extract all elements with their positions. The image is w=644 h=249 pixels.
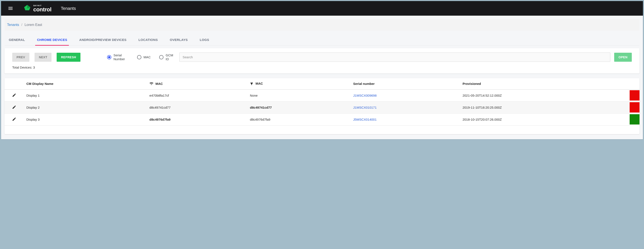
col-edit (4, 78, 24, 89)
display-name-cell: Display 2 (24, 101, 147, 113)
radio-label: MAC (144, 55, 150, 59)
breadcrumb-separator: / (22, 23, 22, 26)
breadcrumb: Tenants / Lorem East (4, 19, 640, 31)
app-window: SKYKIT control Tenants Tenants / Lorem E… (1, 1, 643, 140)
wifi-icon (150, 82, 154, 86)
table-row: Display 3d8c4976d7fa9d8c4976d7fa9J5MSCX0… (4, 113, 640, 125)
provisioned-cell: 2021-05-20T14:52:12.000Z (460, 89, 630, 101)
next-button[interactable]: NEXT (34, 53, 52, 62)
tab-logs[interactable]: LOGS (198, 34, 211, 45)
display-name-cell: Display 3 (24, 113, 147, 125)
eth-mac-cell: d8c4976d7fa9 (247, 113, 350, 125)
total-devices: Total Devices: 3 (12, 66, 632, 69)
menu-button[interactable] (5, 3, 16, 13)
status-indicator (630, 102, 640, 112)
provisioned-cell: 2018-10-15T20:07:26.000Z (460, 113, 630, 125)
status-indicator (630, 114, 640, 124)
tab-chrome-devices[interactable]: CHROME DEVICES (35, 34, 69, 45)
table-row: Display 1e470b8fa17cfNoneJ1MSCX009698202… (4, 89, 640, 101)
wifi-mac-cell: d8c49741cd77 (147, 101, 248, 113)
pencil-icon (12, 117, 16, 121)
top-bar: SKYKIT control Tenants (1, 1, 643, 16)
edit-cell[interactable] (4, 101, 24, 113)
search-input[interactable] (179, 52, 610, 62)
logo-mark-icon (24, 4, 31, 12)
devices-table-panel: CM Display Name MAC MAC (4, 78, 640, 134)
content-area: Tenants / Lorem East GENERALCHROME DEVIC… (1, 16, 643, 139)
col-serial: Serial number (350, 78, 460, 89)
wifi-mac-cell: d8c4976d7fa9 (147, 113, 248, 125)
tabs: GENERALCHROME DEVICESANDROID/PREVIEW DEV… (4, 34, 640, 46)
eth-mac-cell: d8c49741cd77 (247, 101, 350, 113)
total-count: 3 (33, 66, 35, 69)
provisioned-cell: 2019-11-10T16:20:25.000Z (460, 101, 630, 113)
breadcrumb-root[interactable]: Tenants (7, 23, 19, 26)
serial-cell[interactable]: J1MSCX010171 (350, 101, 460, 113)
table-row: Display 2d8c49741cd77d8c49741cd77J1MSCX0… (4, 101, 640, 113)
edit-cell[interactable] (4, 89, 24, 101)
plug-icon (250, 82, 253, 86)
status-cell (630, 101, 640, 113)
status-cell (630, 113, 640, 125)
tab-general[interactable]: GENERAL (7, 34, 26, 45)
eth-mac-cell: None (247, 89, 350, 101)
serial-cell[interactable]: J5MSCX014001 (350, 113, 460, 125)
radio-serial-number[interactable]: Serial Number (107, 53, 128, 61)
devices-table: CM Display Name MAC MAC (4, 78, 640, 126)
tab-android-preview-devices[interactable]: ANDROID/PREVIEW DEVICES (78, 34, 128, 45)
radio-icon (107, 55, 111, 59)
pencil-icon (12, 105, 16, 109)
col-provisioned: Provisioned (460, 78, 630, 89)
tab-overlays[interactable]: OVERLAYS (168, 34, 190, 45)
total-prefix: Total Devices: (12, 66, 33, 69)
wifi-mac-cell: e470b8fa17cf (147, 89, 248, 101)
prev-button[interactable]: PREV (12, 53, 30, 62)
breadcrumb-current: Lorem East (24, 23, 42, 26)
pencil-icon (12, 93, 16, 97)
brand-logo: SKYKIT control (24, 4, 52, 12)
hamburger-icon (8, 5, 13, 11)
radio-gcm-id[interactable]: GCM ID (159, 53, 174, 61)
radio-label: Serial Number (114, 53, 128, 61)
display-name-cell: Display 1 (24, 89, 147, 101)
brand-big: control (33, 7, 52, 12)
edit-cell[interactable] (4, 113, 24, 125)
serial-cell[interactable]: J1MSCX009698 (350, 89, 460, 101)
controls-panel: PREV NEXT REFRESH Serial Number MAC GCM … (4, 48, 640, 73)
radio-icon (137, 55, 141, 59)
tab-locations[interactable]: LOCATIONS (137, 34, 160, 45)
radio-mac[interactable]: MAC (137, 55, 150, 59)
status-indicator (630, 90, 640, 100)
col-status (630, 78, 640, 89)
col-eth-mac: MAC (247, 78, 350, 89)
radio-icon (159, 55, 164, 59)
status-cell (630, 89, 640, 101)
open-button[interactable]: OPEN (614, 53, 632, 62)
col-wifi-mac: MAC (147, 78, 248, 89)
search-type-radio-group: Serial Number MAC GCM ID (107, 53, 174, 61)
col-display-name: CM Display Name (24, 78, 147, 89)
refresh-button[interactable]: REFRESH (57, 53, 80, 62)
radio-label: GCM ID (166, 53, 174, 61)
section-title: Tenants (61, 6, 76, 11)
